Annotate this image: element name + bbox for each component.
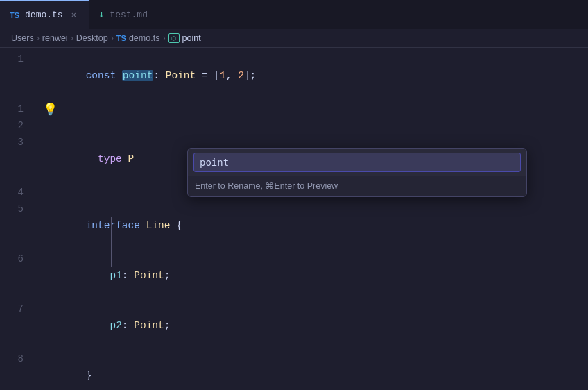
rename-input-row	[188, 149, 526, 176]
breadcrumb-ts-icon: TS	[116, 34, 126, 42]
symbol-icon: ⬡	[168, 33, 180, 43]
breadcrumb-symbol-name: point	[182, 33, 201, 43]
tab-label-demo-ts: demo.ts	[25, 10, 63, 20]
popup-container: 1 💡 2 3 type P	[0, 101, 588, 184]
line-content-1[interactable]: const point: Point = [1, 2];	[37, 51, 256, 101]
code-line-2: 2	[0, 117, 588, 134]
line-content-8[interactable]: }	[37, 350, 92, 390]
breadcrumb-sep-4: ›	[162, 33, 165, 43]
code-line-5: 5 interface Line {	[0, 201, 588, 251]
token-P: P	[128, 153, 135, 164]
token-colon: :	[153, 70, 165, 81]
line-num-1: 1	[0, 51, 37, 67]
token-Point: Point	[166, 70, 196, 81]
rename-input[interactable]	[193, 153, 521, 172]
line-num-5: 5	[0, 201, 37, 217]
editor: 1 const point: Point = [1, 2]; 1 💡 2 3	[0, 48, 588, 390]
token-comma: ,	[226, 70, 238, 81]
rename-popup: Enter to Rename, ⌘Enter to Preview	[187, 148, 527, 197]
code-line-1: 1 const point: Point = [1, 2];	[0, 51, 588, 101]
line-num-8: 8	[0, 350, 37, 367]
line-content-5[interactable]: interface Line {	[37, 201, 182, 251]
code-line-8: 8 }	[0, 350, 588, 390]
line-num-7: 7	[0, 300, 37, 317]
token-brace-close: }	[86, 370, 92, 381]
token-brace-open: {	[170, 220, 182, 231]
line-num-lb: 1	[0, 101, 37, 117]
token-eq: = [	[196, 70, 220, 81]
token-interface: interface	[86, 220, 146, 231]
breadcrumb-symbol[interactable]: ⬡ point	[168, 33, 201, 43]
line-content-6[interactable]: p1: Point;	[37, 251, 170, 300]
line-content-7[interactable]: p2: Point;	[37, 300, 170, 350]
breadcrumb: Users › renwei › Desktop › TS demo.ts › …	[0, 29, 588, 48]
token-indent-6	[86, 270, 110, 281]
token-Line: Line	[146, 220, 171, 231]
token-p2-semi: ;	[164, 320, 171, 331]
breadcrumb-desktop[interactable]: Desktop	[76, 33, 108, 43]
vert-bar	[111, 217, 112, 267]
token-bracket: ];	[244, 70, 256, 81]
token-indent-7	[86, 320, 110, 331]
code-line-lb: 1 💡	[0, 101, 588, 117]
token-p1-colon: :	[122, 270, 134, 281]
token-p1-semi: ;	[164, 270, 171, 281]
code-line-7: 7 p2: Point;	[0, 300, 588, 350]
line-content-3[interactable]: type P	[37, 134, 134, 184]
breadcrumb-renwei[interactable]: renwei	[42, 33, 68, 43]
tab-bar: TS demo.ts ✕ ⬇ test.md	[0, 0, 588, 29]
token-Point-p2: Point	[134, 320, 164, 331]
rename-hint-text: Enter to Rename, ⌘Enter to Preview	[195, 181, 338, 191]
md-icon: ⬇	[98, 9, 104, 21]
token-point: point	[122, 70, 154, 81]
breadcrumb-sep-1: ›	[37, 33, 40, 43]
rename-hint: Enter to Rename, ⌘Enter to Preview	[188, 176, 526, 196]
breadcrumb-users[interactable]: Users	[11, 33, 34, 43]
line-num-4: 4	[0, 184, 37, 201]
tab-close-demo-ts[interactable]: ✕	[69, 8, 79, 22]
ts-icon: TS	[10, 11, 19, 19]
token-2: 2	[238, 70, 244, 81]
token-p1: p1	[110, 270, 121, 281]
tab-test-md[interactable]: ⬇ test.md	[89, 0, 157, 29]
tab-label-test-md: test.md	[110, 10, 148, 20]
tab-demo-ts[interactable]: TS demo.ts ✕	[0, 0, 89, 29]
token-Point-p1: Point	[134, 270, 164, 281]
token-p2: p2	[110, 320, 121, 331]
line-num-6: 6	[0, 251, 37, 267]
line-num-3: 3	[0, 134, 37, 151]
code-area: 1 const point: Point = [1, 2]; 1 💡 2 3	[0, 48, 588, 390]
token-1: 1	[220, 70, 226, 81]
token-const: const	[86, 70, 122, 81]
code-line-6: 6 p1: Point;	[0, 251, 588, 300]
token-type: type	[98, 153, 128, 164]
breadcrumb-sep-3: ›	[111, 33, 114, 43]
breadcrumb-file[interactable]: demo.ts	[129, 33, 159, 43]
breadcrumb-sep-2: ›	[71, 33, 74, 43]
lightbulb-icon[interactable]: 💡	[43, 102, 58, 119]
token-p2-colon: :	[122, 320, 134, 331]
line-num-2: 2	[0, 117, 37, 134]
